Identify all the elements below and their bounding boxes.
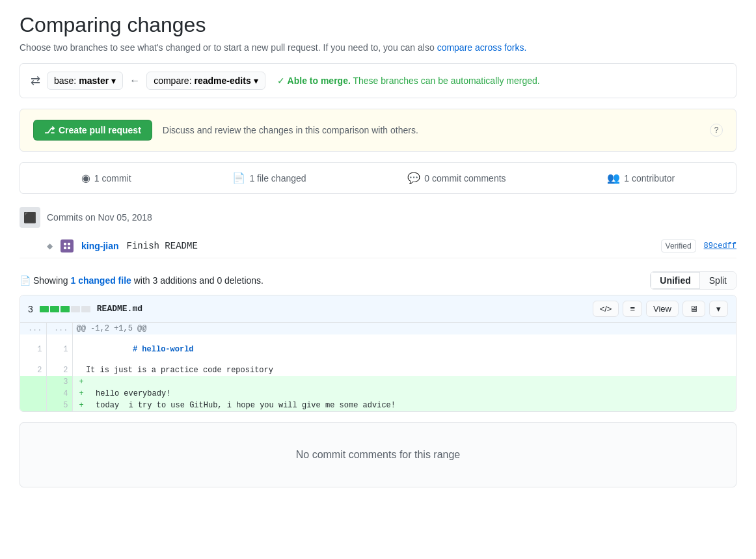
- create-pr-left: ⎇ Create pull request Discuss and review…: [33, 120, 418, 141]
- line-num-new: 2: [46, 364, 72, 376]
- split-view-button[interactable]: Split: [700, 272, 736, 289]
- line-num-old: [20, 388, 46, 400]
- compare-forks-link[interactable]: compare across forks.: [437, 42, 527, 53]
- bar-block-4: [71, 306, 80, 312]
- table-row: 4 + hello everybady!: [20, 388, 736, 400]
- raw-icon: ≡: [630, 304, 635, 314]
- compare-label: compare:: [154, 75, 191, 86]
- line-content: + today i try to use GitHub, i hope you …: [72, 400, 736, 411]
- table-row: 3 +: [20, 376, 736, 388]
- stats-row: ◉ 1 commit 📄 1 file changed 💬 0 commit c…: [20, 162, 736, 194]
- line-num-new: 3: [46, 376, 72, 388]
- svg-rect-0: [64, 243, 66, 245]
- changed-files-link[interactable]: 1 changed file: [70, 275, 131, 286]
- no-comments-box: No commit comments for this range: [20, 422, 736, 487]
- table-row: ◆ king-jian Finish README Verified 89ced…: [20, 234, 736, 258]
- branch-selector-row: ⇄ base: master ▾ ← compare: readme-edits…: [20, 63, 736, 98]
- commit-dot-icon: ◆: [47, 241, 53, 251]
- stat-comments: 💬 0 commit comments: [407, 172, 506, 184]
- table-row: 5 + today i try to use GitHub, i hope yo…: [20, 400, 736, 411]
- verified-badge: Verified: [661, 239, 696, 252]
- hunk-header: @@ -1,2 +1,5 @@: [72, 323, 736, 334]
- compare-branch-name: readme-edits: [195, 75, 251, 86]
- line-content: +: [72, 376, 736, 388]
- diff-file-icon: 📄: [20, 275, 31, 286]
- line-num-old: [20, 376, 46, 388]
- bar-block-1: [40, 306, 49, 312]
- commit-date-header: ⬛ Commits on Nov 05, 2018: [20, 207, 736, 228]
- view-toggle: Unified Split: [650, 271, 736, 290]
- bar-block-5: [81, 306, 90, 312]
- line-num-new: 4: [46, 388, 72, 400]
- no-comments-text: No commit comments for this range: [33, 449, 723, 461]
- merge-status: ✓ Able to merge. These branches can be a…: [277, 75, 540, 86]
- svg-rect-3: [68, 247, 70, 249]
- create-pr-button[interactable]: ⎇ Create pull request: [33, 120, 152, 141]
- diff-header-row: 📄 Showing 1 changed file with 3 addition…: [20, 271, 736, 290]
- line-num-new: 1: [46, 334, 72, 364]
- stat-files: 📄 1 file changed: [232, 172, 306, 184]
- additions-count: 3: [28, 304, 33, 314]
- unified-view-button[interactable]: Unified: [651, 272, 699, 289]
- arrow-left-icon: ←: [129, 75, 140, 87]
- line-content: # hello-world: [72, 334, 736, 364]
- base-chevron-icon: ▾: [111, 75, 116, 86]
- table-row: 1 1 # hello-world: [20, 334, 736, 364]
- compare-branch-button[interactable]: compare: readme-edits ▾: [146, 72, 265, 90]
- svg-rect-2: [64, 247, 66, 249]
- view-raw-button[interactable]: ≡: [623, 301, 642, 317]
- file-diff-header: 3 README.md </> ≡ View 🖥: [20, 295, 736, 323]
- bar-block-3: [61, 306, 70, 312]
- table-row: ... ... @@ -1,2 +1,5 @@: [20, 323, 736, 334]
- stat-commits: ◉ 1 commit: [81, 172, 131, 184]
- additions-bar: [40, 306, 90, 312]
- commit-message: Finish README: [127, 241, 653, 251]
- stat-contributors: 👥 1 contributor: [607, 172, 675, 184]
- commit-hash-link[interactable]: 89cedff: [704, 241, 736, 251]
- file-diff-header-left: 3 README.md: [28, 304, 142, 314]
- view-button[interactable]: View: [646, 301, 679, 317]
- file-icon: 📄: [232, 172, 245, 184]
- line-num-new: ...: [46, 323, 72, 334]
- compare-icon: ⇄: [31, 74, 40, 88]
- bar-block-2: [50, 306, 59, 312]
- page-title: Comparing changes: [20, 13, 736, 37]
- commit-icon: ◉: [81, 172, 90, 184]
- commit-section: ⬛ Commits on Nov 05, 2018 ◆ king-jian Fi…: [20, 207, 736, 258]
- line-num-old: 2: [20, 364, 46, 376]
- create-pr-description: Discuss and review the changes in this c…: [163, 125, 418, 135]
- line-num-old: ...: [20, 323, 46, 334]
- code-icon: </>: [600, 304, 612, 314]
- svg-rect-1: [68, 243, 70, 245]
- help-icon[interactable]: ?: [710, 124, 723, 137]
- compare-chevron-icon: ▾: [254, 75, 258, 86]
- file-diff-actions: </> ≡ View 🖥 ▾: [593, 301, 728, 317]
- commit-author-link[interactable]: king-jian: [81, 241, 119, 251]
- line-num-old: 1: [20, 334, 46, 364]
- diff-summary: 📄 Showing 1 changed file with 3 addition…: [20, 275, 263, 286]
- file-diff: 3 README.md </> ≡ View 🖥: [20, 295, 736, 412]
- base-branch-name: master: [79, 75, 109, 86]
- base-label: base:: [54, 75, 76, 86]
- diff-table: ... ... @@ -1,2 +1,5 @@ 1 1 # hello-worl…: [20, 323, 736, 411]
- avatar: [61, 239, 74, 252]
- commit-date-avatar: ⬛: [20, 207, 40, 228]
- contributor-icon: 👥: [607, 172, 620, 184]
- create-pr-box: ⎇ Create pull request Discuss and review…: [20, 109, 736, 152]
- line-num-old: [20, 400, 46, 411]
- comment-icon: 💬: [407, 172, 420, 184]
- pr-icon: ⎇: [44, 125, 55, 135]
- line-num-new: 5: [46, 400, 72, 411]
- chevron-down-icon: ▾: [716, 304, 721, 314]
- line-content: It is just is a practice code repository: [72, 364, 736, 376]
- commit-date-text: Commits on Nov 05, 2018: [47, 212, 152, 223]
- file-name: README.md: [97, 304, 142, 314]
- view-code-button[interactable]: </>: [593, 301, 619, 317]
- page-subtitle: Choose two branches to see what's change…: [20, 42, 736, 53]
- display-icon: 🖥: [690, 304, 698, 314]
- table-row: 2 2 It is just is a practice code reposi…: [20, 364, 736, 376]
- line-content: + hello everybady!: [72, 388, 736, 400]
- collapse-button[interactable]: ▾: [709, 301, 728, 317]
- base-branch-button[interactable]: base: master ▾: [47, 72, 123, 90]
- display-button[interactable]: 🖥: [682, 301, 705, 317]
